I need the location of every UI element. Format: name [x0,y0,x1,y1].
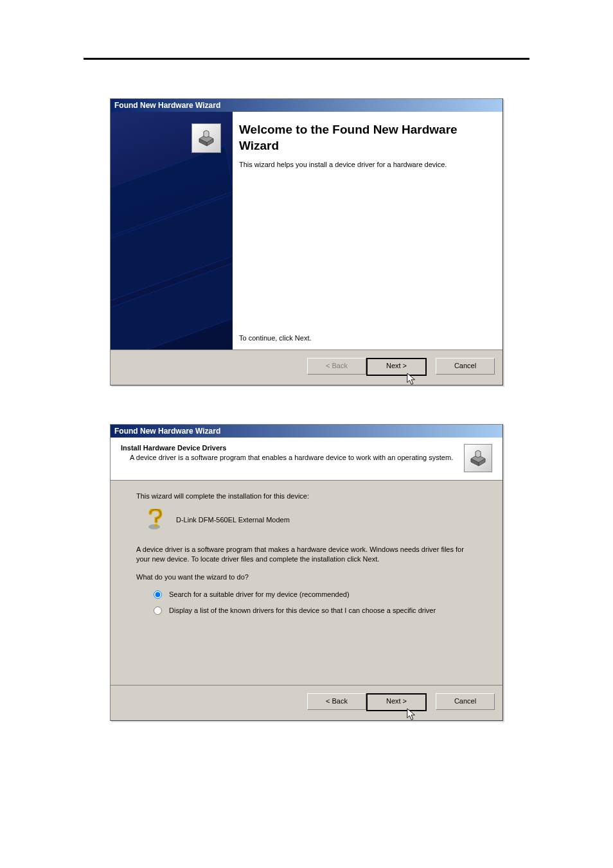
svg-marker-3 [204,130,209,137]
intro-line: This wizard will complete the installati… [136,492,477,500]
radio-search[interactable] [154,590,162,599]
radio-option-search[interactable]: Search for a suitable driver for my devi… [150,590,477,599]
cancel-button[interactable]: Cancel [436,693,495,710]
next-button[interactable]: Next > [366,358,427,376]
button-bar: < Back Next > Cancel [111,685,502,720]
question-text: What do you want the wizard to do? [136,573,477,581]
title-text: Found New Hardware Wizard [114,427,220,436]
device-name: D-Link DFM-560EL External Modem [176,516,290,524]
wizard-dialog-install-drivers: Found New Hardware Wizard Install Hardwa… [110,424,503,721]
title-bar[interactable]: Found New Hardware Wizard [111,99,502,112]
back-button: < Back [307,358,366,375]
wizard-body: Welcome to the Found New Hardware Wizard… [111,112,502,350]
svg-point-9 [155,524,158,527]
wizard-description: This wizard helps you install a device d… [239,160,490,170]
title-bar[interactable]: Found New Hardware Wizard [111,425,502,438]
wizard-header: Install Hardware Device Drivers A device… [111,438,502,481]
radio-group: Search for a suitable driver for my devi… [150,590,477,616]
next-button[interactable]: Next > [366,693,427,711]
wizard-sidebar-graphic [111,112,233,350]
continue-hint: To continue, click Next. [239,333,490,343]
radio-list[interactable] [154,607,162,615]
explain-text: A device driver is a software program th… [136,545,477,564]
horizontal-rule [84,58,529,60]
wizard-heading: Welcome to the Found New Hardware Wizard [239,122,490,154]
back-button[interactable]: < Back [307,693,366,710]
radio-search-label: Search for a suitable driver for my devi… [169,590,350,599]
header-subtitle: A device driver is a software program th… [130,453,458,463]
button-bar: < Back Next > Cancel [111,350,502,385]
radio-list-label: Display a list of the known drivers for … [169,606,436,616]
wizard-right-pane: Welcome to the Found New Hardware Wizard… [233,112,502,350]
svg-marker-7 [475,450,481,457]
svg-point-8 [148,524,160,529]
hardware-icon [464,444,492,472]
wizard-dialog-welcome: Found New Hardware Wizard Welcome to the… [110,98,503,385]
hardware-icon [191,123,221,153]
header-title: Install Hardware Device Drivers [121,444,458,452]
wizard-body: This wizard will complete the installati… [111,481,502,685]
radio-option-list[interactable]: Display a list of the known drivers for … [150,606,477,616]
unknown-device-icon [145,509,167,531]
title-text: Found New Hardware Wizard [114,101,220,110]
device-row: D-Link DFM-560EL External Modem [145,509,477,531]
document-page: Found New Hardware Wizard Welcome to the… [0,0,613,721]
cancel-button[interactable]: Cancel [436,358,495,375]
